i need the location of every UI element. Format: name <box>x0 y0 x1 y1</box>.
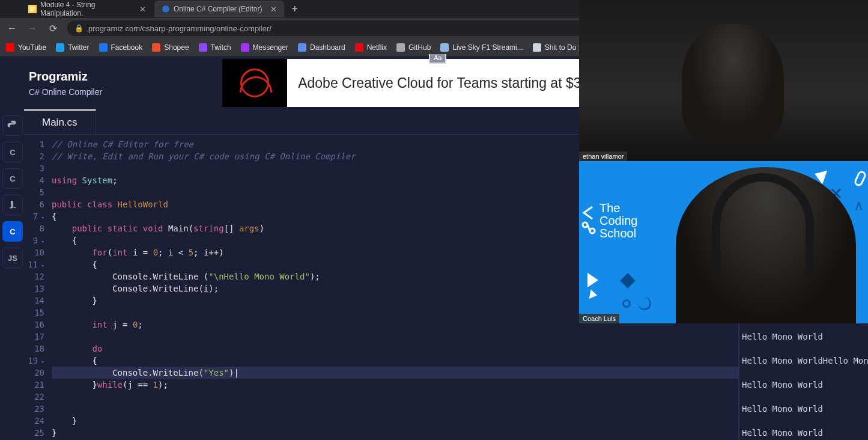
svg-point-4 <box>162 5 169 13</box>
svg-rect-6 <box>56 43 64 52</box>
reload-button[interactable]: ⟳ <box>47 22 59 34</box>
bookmark-icon <box>355 43 363 52</box>
brand-name: Programiz <box>29 70 102 84</box>
editor-tab[interactable]: Main.cs <box>24 109 96 135</box>
svg-rect-3 <box>30 10 34 11</box>
language-button[interactable] <box>2 115 23 136</box>
language-button[interactable]: C <box>2 221 23 242</box>
code-line[interactable] <box>52 331 738 343</box>
tab-title: Module 4 - String Manipulation. <box>40 1 131 17</box>
output-line: Hello Mono WorldHello Mono World <box>742 355 868 367</box>
bookmark-label: Shopee <box>164 43 189 52</box>
code-line[interactable]: } <box>52 427 738 439</box>
back-button[interactable]: ← <box>6 22 18 34</box>
webcam-top: ethan villamor <box>579 0 868 161</box>
programiz-icon <box>162 5 170 13</box>
bookmark-icon <box>56 43 64 52</box>
language-button[interactable]: JS <box>2 248 23 268</box>
brand-subtitle: C# Online Compiler <box>29 87 102 97</box>
ad-logo <box>222 59 287 107</box>
bookmark-item[interactable]: GitHub <box>396 43 431 52</box>
bookmark-item[interactable]: Messenger <box>241 43 288 52</box>
webcam-name: ethan villamor <box>579 151 627 161</box>
bookmark-label: Twitter <box>68 43 89 52</box>
docs-icon <box>28 5 37 13</box>
svg-rect-12 <box>355 43 363 52</box>
bookmark-label: Facebook <box>111 43 143 52</box>
code-line[interactable]: }while(j == 1); <box>52 379 738 391</box>
bookmark-icon <box>298 43 306 52</box>
code-line[interactable] <box>52 403 738 415</box>
code-line[interactable]: { <box>52 355 738 367</box>
output-line <box>742 343 868 355</box>
logo[interactable]: Programiz C# Online Compiler <box>29 70 102 97</box>
bookmark-item[interactable]: Facebook <box>99 43 143 52</box>
browser-tab[interactable]: Online C# Compiler (Editor) ✕ <box>154 1 284 17</box>
output-line: Hello Mono World <box>742 331 868 343</box>
language-sidebar: CCCJS <box>0 109 24 440</box>
close-icon[interactable]: ✕ <box>139 5 146 14</box>
output-line <box>742 415 868 427</box>
bookmark-icon <box>199 43 207 52</box>
lock-icon: 🔒 <box>74 24 83 32</box>
svg-rect-8 <box>152 43 160 52</box>
bookmark-label: YouTube <box>18 43 46 52</box>
webcam-bottom: The Coding School ✕ ∧ Coach Luis <box>579 161 868 323</box>
bookmark-item[interactable]: YouTube <box>6 43 46 52</box>
language-button[interactable]: C <box>2 168 23 189</box>
svg-rect-9 <box>199 43 207 52</box>
bookmark-label: Netflix <box>367 43 387 52</box>
forward-button[interactable]: → <box>26 22 38 34</box>
bookmark-label: Live Sky F1 Streami... <box>452 43 523 52</box>
bookmark-icon <box>99 43 108 52</box>
bookmark-icon <box>440 43 449 52</box>
svg-rect-7 <box>99 43 108 52</box>
bookmark-label: Messenger <box>253 43 288 52</box>
code-line[interactable]: do <box>52 343 738 355</box>
line-gutter: 1234567891011121314151617181920212223242… <box>24 135 48 440</box>
coding-school-logo: The Coding School <box>599 202 637 240</box>
bookmark-label: Dashboard <box>310 43 345 52</box>
bookmark-icon <box>241 43 249 52</box>
output-line <box>742 391 868 403</box>
bookmark-icon <box>396 43 405 52</box>
svg-rect-10 <box>241 43 249 52</box>
ad-tag: Aa <box>429 54 446 64</box>
output-line: Hello Mono World <box>742 403 868 415</box>
bookmark-label: GitHub <box>408 43 431 52</box>
svg-point-17 <box>590 228 595 233</box>
bookmark-label: Twitch <box>211 43 231 52</box>
svg-rect-13 <box>396 43 405 52</box>
tab-title: Online C# Compiler (Editor) <box>174 5 262 13</box>
output-line: Hello Mono World <box>742 427 868 439</box>
close-icon[interactable]: ✕ <box>270 5 277 14</box>
bookmark-icon <box>533 43 541 52</box>
svg-rect-2 <box>30 8 35 9</box>
output-line: Hello Mono World <box>742 379 868 391</box>
bookmark-item[interactable]: Netflix <box>355 43 387 52</box>
svg-rect-11 <box>298 43 306 52</box>
svg-rect-1 <box>30 7 35 8</box>
bookmark-item[interactable]: Live Sky F1 Streami... <box>440 43 523 52</box>
language-button[interactable] <box>2 195 23 215</box>
bookmark-item[interactable]: Dashboard <box>298 43 345 52</box>
bookmark-icon <box>152 43 160 52</box>
code-line[interactable] <box>52 391 738 403</box>
svg-rect-5 <box>6 43 14 52</box>
svg-point-16 <box>583 222 587 227</box>
bookmark-item[interactable]: Twitch <box>199 43 231 52</box>
webcam-name: Coach Luis <box>579 314 619 323</box>
svg-rect-15 <box>533 43 541 52</box>
bookmark-item[interactable]: Shopee <box>152 43 189 52</box>
editor-tab-label: Main.cs <box>42 117 77 129</box>
browser-tab[interactable]: Module 4 - String Manipulation. ✕ <box>21 1 153 17</box>
code-line[interactable]: } <box>52 415 738 427</box>
new-tab-button[interactable]: + <box>285 3 304 16</box>
svg-rect-14 <box>440 43 449 52</box>
code-line[interactable]: Console.WriteLine("Yes")| <box>52 367 738 379</box>
bookmark-item[interactable]: Twitter <box>56 43 89 52</box>
output-line <box>742 367 868 379</box>
url-text: programiz.com/csharp-programming/online-… <box>88 24 272 33</box>
bookmark-icon <box>6 43 14 52</box>
language-button[interactable]: C <box>2 142 23 162</box>
